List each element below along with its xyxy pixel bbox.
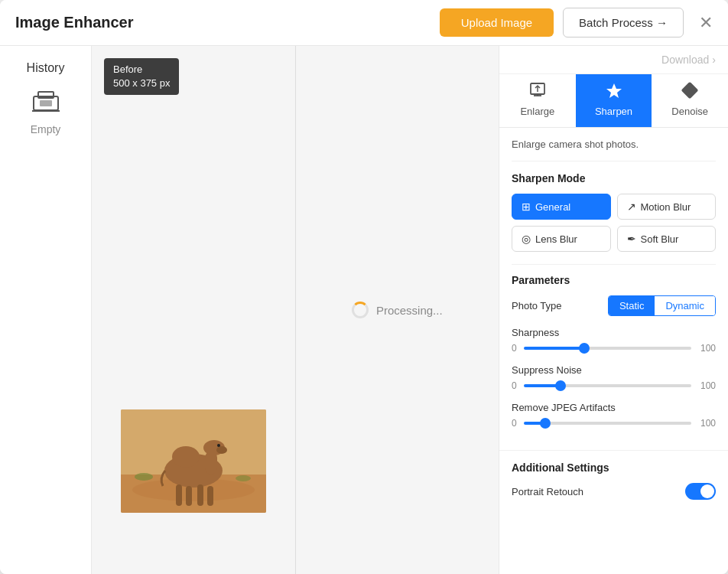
tab-denoise[interactable]: Denoise: [652, 74, 728, 127]
soft-blur-label: Soft Blur: [641, 233, 679, 245]
suppress-noise-label: Suppress Noise: [512, 364, 716, 376]
dynamic-button[interactable]: Dynamic: [655, 296, 715, 315]
enlarge-icon: [529, 82, 546, 103]
soft-blur-icon: ✒: [627, 233, 636, 245]
download-button[interactable]: Download ›: [661, 54, 716, 66]
mode-motion-blur-button[interactable]: ↗ Motion Blur: [617, 194, 717, 220]
after-panel: Processing...: [296, 46, 499, 574]
motion-blur-label: Motion Blur: [641, 201, 691, 213]
svg-point-17: [135, 473, 153, 481]
enlarge-description: Enlarge camera shot photos.: [512, 139, 716, 161]
svg-rect-15: [207, 486, 213, 506]
history-icon: [32, 90, 60, 117]
svg-rect-13: [186, 486, 192, 506]
sharpen-icon: [606, 82, 622, 103]
sharpness-slider-row: 0 100: [512, 343, 716, 354]
photo-type-label: Photo Type Static Dynamic: [512, 295, 716, 316]
processing-text: Processing...: [376, 304, 443, 317]
loading-spinner: [352, 302, 369, 318]
jpeg-slider-row: 0 100: [512, 418, 716, 429]
empty-label: Empty: [31, 123, 61, 135]
svg-rect-14: [197, 484, 203, 506]
sidebar: History Empty: [0, 46, 92, 574]
svg-point-11: [172, 446, 200, 468]
source-image: [121, 409, 266, 513]
tab-enlarge-label: Enlarge: [520, 106, 554, 117]
upload-image-button[interactable]: Upload Image: [440, 8, 554, 37]
portrait-retouch-toggle[interactable]: [685, 483, 716, 500]
batch-process-button[interactable]: Batch Process →: [563, 8, 684, 38]
jpeg-max: 100: [696, 418, 716, 429]
additional-settings-section: Additional Settings Portrait Retouch: [499, 450, 728, 510]
suppress-noise-slider-row: 0 100: [512, 380, 716, 391]
history-label: History: [27, 61, 65, 75]
denoise-icon: [681, 82, 698, 103]
static-button[interactable]: Static: [609, 296, 655, 315]
tab-denoise-label: Denoise: [671, 106, 708, 117]
jpeg-artifacts-slider[interactable]: [524, 422, 691, 425]
svg-rect-12: [176, 484, 182, 506]
before-panel: Before 500 x 375 px: [92, 46, 296, 574]
main-body: History Empty Before 500 x 375 px: [0, 46, 728, 574]
sharpness-slider[interactable]: [524, 347, 691, 350]
mode-lens-blur-button[interactable]: ◎ Lens Blur: [512, 226, 611, 252]
tab-sharpen[interactable]: Sharpen: [576, 74, 652, 127]
right-panel: Download › Enlarg: [499, 46, 728, 574]
lens-blur-icon: ◎: [522, 233, 531, 245]
before-dimensions: 500 x 375 px: [113, 77, 170, 90]
parameters-title: Parameters: [512, 274, 716, 286]
mode-soft-blur-button[interactable]: ✒ Soft Blur: [617, 226, 717, 252]
jpeg-min: 0: [512, 418, 519, 429]
before-label: Before: [113, 63, 170, 77]
suppress-noise-max: 100: [696, 380, 716, 391]
motion-blur-icon: ↗: [627, 201, 636, 213]
sharpness-min: 0: [512, 343, 519, 354]
svg-rect-2: [40, 100, 52, 106]
svg-rect-24: [681, 82, 698, 99]
tab-sharpen-label: Sharpen: [595, 106, 632, 117]
mode-general-button[interactable]: ⊞ General: [512, 194, 611, 220]
sharpen-modes-grid: ⊞ General ↗ Motion Blur ◎ Lens Blur ✒ So…: [512, 194, 716, 252]
photo-type-row: Photo Type Static Dynamic: [512, 295, 716, 316]
sharpness-max: 100: [696, 343, 716, 354]
mode-tabs: Enlarge Sharpen De: [499, 74, 728, 128]
divider-1: [512, 264, 716, 265]
additional-title: Additional Settings: [512, 461, 716, 474]
tab-enlarge[interactable]: Enlarge: [499, 74, 576, 127]
portrait-retouch-label: Portrait Retouch: [512, 486, 583, 497]
jpeg-artifacts-label: Remove JPEG Artifacts: [512, 402, 716, 413]
app-window: Image Enhancer Upload Image Batch Proces…: [0, 0, 728, 574]
app-title: Image Enhancer: [15, 14, 134, 31]
before-badge: Before 500 x 375 px: [104, 58, 179, 95]
suppress-noise-slider[interactable]: [524, 384, 691, 387]
image-area: Before 500 x 375 px: [92, 46, 499, 574]
svg-point-18: [236, 475, 251, 481]
processing-indicator: Processing...: [352, 302, 443, 318]
general-mode-label: General: [535, 201, 570, 213]
download-bar: Download ›: [499, 46, 728, 74]
panel-content: Enlarge camera shot photos. Sharpen Mode…: [499, 128, 728, 450]
header: Image Enhancer Upload Image Batch Proces…: [0, 0, 728, 46]
sharpen-mode-title: Sharpen Mode: [512, 172, 716, 184]
sharpness-row: Sharpness 0 100: [512, 327, 716, 354]
suppress-noise-min: 0: [512, 380, 519, 391]
suppress-noise-row: Suppress Noise 0 100: [512, 364, 716, 391]
general-mode-icon: ⊞: [522, 201, 531, 213]
svg-marker-23: [606, 83, 622, 98]
photo-type-toggle: Static Dynamic: [608, 295, 716, 316]
svg-point-10: [216, 446, 227, 454]
portrait-retouch-row: Portrait Retouch: [512, 483, 716, 500]
lens-blur-label: Lens Blur: [535, 233, 577, 245]
svg-point-16: [217, 444, 220, 447]
sharpness-label: Sharpness: [512, 327, 716, 338]
jpeg-artifacts-row: Remove JPEG Artifacts 0 100: [512, 402, 716, 429]
close-button[interactable]: ✕: [699, 15, 713, 31]
download-label: Download: [661, 54, 709, 66]
download-arrow-icon: ›: [712, 54, 716, 66]
